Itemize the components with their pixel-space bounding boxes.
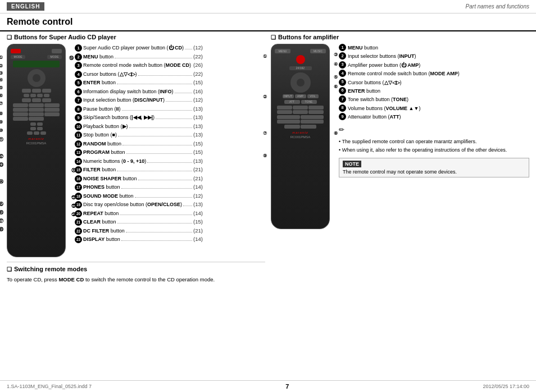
page-20: (14) <box>193 209 203 217</box>
amp-btn-label-1: MENU button <box>348 44 378 52</box>
num-circle-9: 9 <box>75 114 82 121</box>
amp-num-1: 1 <box>339 44 346 51</box>
amp-ctrl-row: INPUT AMP VOL <box>275 94 326 98</box>
mode-cd-btn: MODE <box>11 55 25 59</box>
num-circle-12: 12 <box>75 140 82 148</box>
remote-right-container: ① ② ③ ④ ⑤ ⑥ ⑦ ⑧ ⑨ MENU MUSIC <box>271 44 330 229</box>
indicator-17: ⑰ <box>0 218 3 224</box>
amp-btn-label-6: ENTER button <box>348 87 380 95</box>
indicator-8: ⑧ <box>0 111 3 116</box>
power-btn <box>11 49 21 53</box>
btn-row-bottom-2 <box>11 127 62 130</box>
num-circle-14: 14 <box>75 158 82 165</box>
dots-5 <box>117 84 192 84</box>
remote-nav <box>28 69 46 87</box>
page-3: (26) <box>193 61 203 69</box>
amp-att-btn: ATT <box>284 100 300 104</box>
page-5: (15) <box>193 79 203 86</box>
btn-item-2: 2 MENU button (22) <box>75 53 203 61</box>
btn-label-22: DC FILTER button <box>83 227 125 235</box>
switching-text-prefix: To operate CD, press <box>7 276 58 282</box>
btn-item-5: 5 ENTER button (15) <box>75 79 203 87</box>
indicator-23-right: ㉓ <box>71 212 76 217</box>
amp-input-6 <box>308 110 324 114</box>
amp-num-9: 9 <box>339 113 346 120</box>
amp-mode-btn: 24/192 <box>289 66 312 70</box>
btn-label-20: REPEAT button <box>83 210 119 218</box>
btn-label-13: PROGRAM button <box>83 149 125 157</box>
remote-btn-sm-d <box>44 94 49 97</box>
dots-2 <box>115 58 192 58</box>
num-circle-1: 1 <box>75 44 82 52</box>
remote-numpad <box>13 103 60 121</box>
num-circle-11: 11 <box>75 131 82 139</box>
pencil-row: ✏ <box>339 126 529 134</box>
btn-label-9: Skip/Search buttons (|◀◀, ▶▶|) <box>83 114 155 122</box>
btn-item-13: 13 PROGRAM button (15) <box>75 148 203 157</box>
note-box: NOTE The remote control may not operate … <box>339 158 529 177</box>
amp-amp-btn: AMP <box>295 94 306 98</box>
dots-6 <box>175 93 193 93</box>
page-12: (15) <box>193 140 203 148</box>
num-circle-21: 21 <box>75 218 82 226</box>
dots-1 <box>185 49 192 49</box>
dots-4 <box>138 75 193 76</box>
amp-menu-btn: MENU <box>275 49 290 53</box>
remote-body-left: MODE MODE <box>7 44 66 257</box>
noise-btn <box>37 122 43 126</box>
phones-btn <box>30 127 36 130</box>
amp-btn <box>52 49 62 53</box>
amp-btn-label-7: Tone switch button (TONE) <box>348 95 408 103</box>
file-info: 1.SA-1103M_ENG_Final_0525.indd 7 <box>7 384 92 389</box>
dots-20 <box>120 215 192 215</box>
indicator-1: ① <box>0 55 3 60</box>
indicator-22-right: ㉒ <box>71 204 76 209</box>
num-btn-4 <box>13 108 28 112</box>
btn-item-20: 20 REPEAT button (14) <box>75 209 203 218</box>
indicator-13: ⑬ <box>0 162 3 168</box>
indicator-20-right: ⑳ <box>71 167 76 174</box>
amp-indicator-6: ⑥ <box>334 84 338 89</box>
amp-indicator-4: ④ <box>334 62 338 67</box>
num-circle-6: 6 <box>75 88 82 95</box>
remote-nav-inner <box>33 74 40 82</box>
num-circle-10: 10 <box>75 123 82 130</box>
num-btn-1 <box>13 103 28 107</box>
amp-src-1 <box>277 115 300 119</box>
page-19: (13) <box>193 200 203 208</box>
indicator-14: ⑭ <box>0 179 3 185</box>
btn-item-16: 16 NOISE SHAPER button (21) <box>75 175 203 183</box>
indicator-11: ⑪ <box>0 136 3 143</box>
btn-item-15: 15 FILTER button (21) <box>75 166 203 174</box>
remote-btn-b <box>32 89 41 93</box>
btn-label-17: PHONES button <box>83 184 120 192</box>
switching-section: Switching remote modes To operate CD, pr… <box>7 262 265 284</box>
btn-item-7: 7 Input selection button (DISC/INPUT) (1… <box>75 96 203 104</box>
page-1: (12) <box>193 44 203 52</box>
remote-btn-sm-c <box>37 94 43 97</box>
btn-row-bottom-3 <box>11 131 62 135</box>
remote-btn-e <box>32 98 41 102</box>
dots-11 <box>118 136 192 136</box>
remote-btn-sm-a <box>24 94 29 97</box>
indicator-5: ⑤ <box>0 85 3 90</box>
dots-14 <box>147 162 192 163</box>
amp-btn-label-9: Attenuator button (ATT) <box>348 113 401 121</box>
amp-btn-item-9: 9 Attenuator button (ATT) <box>339 113 529 121</box>
note-box-text: The remote control may not operate some … <box>343 169 525 175</box>
num-btn-7 <box>13 112 28 116</box>
page-wrapper: ENGLISH Part names and functions Remote … <box>0 0 536 392</box>
amp-input-2 <box>293 106 308 110</box>
note-1: The supplied remote control can operate … <box>339 138 529 146</box>
switching-text-suffix: to switch the remote control to the CD o… <box>84 276 215 282</box>
num-btn-0 <box>13 117 28 121</box>
num-circle-2: 2 <box>75 53 82 61</box>
indicator-7: ⑦ <box>0 101 3 106</box>
amp-mode-row: 24/192 <box>275 66 326 70</box>
amp-indicator-5: ⑤ <box>334 75 338 80</box>
dots-15 <box>117 171 192 171</box>
amp-nav <box>290 72 311 93</box>
dots-21 <box>117 223 193 224</box>
amp-btn-item-2: 2 Input selector buttons (INPUT) <box>339 52 529 60</box>
two-column-layout: Buttons for Super Audio CD player ① ② ③ … <box>7 34 529 284</box>
